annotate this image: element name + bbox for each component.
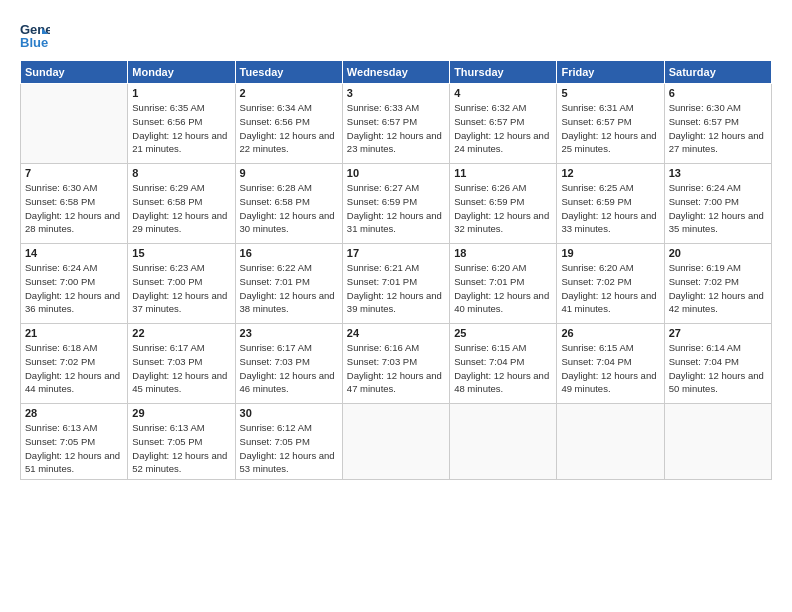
week-row-4: 21 Sunrise: 6:18 AM Sunset: 7:02 PM Dayl… xyxy=(21,324,772,404)
week-row-3: 14 Sunrise: 6:24 AM Sunset: 7:00 PM Dayl… xyxy=(21,244,772,324)
day-number: 7 xyxy=(25,167,123,179)
calendar-cell xyxy=(557,404,664,480)
calendar-cell: 28 Sunrise: 6:13 AM Sunset: 7:05 PM Dayl… xyxy=(21,404,128,480)
day-number: 4 xyxy=(454,87,552,99)
day-number: 21 xyxy=(25,327,123,339)
day-info: Sunrise: 6:13 AM Sunset: 7:05 PM Dayligh… xyxy=(132,421,230,476)
weekday-header-thursday: Thursday xyxy=(450,61,557,84)
weekday-header-wednesday: Wednesday xyxy=(342,61,449,84)
day-number: 8 xyxy=(132,167,230,179)
day-info: Sunrise: 6:15 AM Sunset: 7:04 PM Dayligh… xyxy=(454,341,552,396)
day-number: 11 xyxy=(454,167,552,179)
calendar-cell xyxy=(450,404,557,480)
weekday-header-friday: Friday xyxy=(557,61,664,84)
day-number: 24 xyxy=(347,327,445,339)
day-info: Sunrise: 6:35 AM Sunset: 6:56 PM Dayligh… xyxy=(132,101,230,156)
day-number: 13 xyxy=(669,167,767,179)
day-number: 10 xyxy=(347,167,445,179)
week-row-1: 1 Sunrise: 6:35 AM Sunset: 6:56 PM Dayli… xyxy=(21,84,772,164)
day-number: 19 xyxy=(561,247,659,259)
day-info: Sunrise: 6:17 AM Sunset: 7:03 PM Dayligh… xyxy=(132,341,230,396)
day-info: Sunrise: 6:30 AM Sunset: 6:57 PM Dayligh… xyxy=(669,101,767,156)
calendar-cell: 5 Sunrise: 6:31 AM Sunset: 6:57 PM Dayli… xyxy=(557,84,664,164)
calendar-cell: 10 Sunrise: 6:27 AM Sunset: 6:59 PM Dayl… xyxy=(342,164,449,244)
calendar-cell: 3 Sunrise: 6:33 AM Sunset: 6:57 PM Dayli… xyxy=(342,84,449,164)
logo: General Blue xyxy=(20,20,54,50)
day-info: Sunrise: 6:33 AM Sunset: 6:57 PM Dayligh… xyxy=(347,101,445,156)
day-info: Sunrise: 6:22 AM Sunset: 7:01 PM Dayligh… xyxy=(240,261,338,316)
day-info: Sunrise: 6:18 AM Sunset: 7:02 PM Dayligh… xyxy=(25,341,123,396)
calendar-cell: 21 Sunrise: 6:18 AM Sunset: 7:02 PM Dayl… xyxy=(21,324,128,404)
day-number: 22 xyxy=(132,327,230,339)
calendar-cell xyxy=(664,404,771,480)
calendar-cell: 1 Sunrise: 6:35 AM Sunset: 6:56 PM Dayli… xyxy=(128,84,235,164)
calendar-cell: 8 Sunrise: 6:29 AM Sunset: 6:58 PM Dayli… xyxy=(128,164,235,244)
page: General Blue SundayMondayTuesdayWednesda… xyxy=(0,0,792,612)
day-info: Sunrise: 6:16 AM Sunset: 7:03 PM Dayligh… xyxy=(347,341,445,396)
calendar-cell: 6 Sunrise: 6:30 AM Sunset: 6:57 PM Dayli… xyxy=(664,84,771,164)
svg-text:Blue: Blue xyxy=(20,35,48,50)
calendar-cell: 26 Sunrise: 6:15 AM Sunset: 7:04 PM Dayl… xyxy=(557,324,664,404)
day-number: 27 xyxy=(669,327,767,339)
calendar-cell: 4 Sunrise: 6:32 AM Sunset: 6:57 PM Dayli… xyxy=(450,84,557,164)
calendar-cell: 11 Sunrise: 6:26 AM Sunset: 6:59 PM Dayl… xyxy=(450,164,557,244)
logo-icon: General Blue xyxy=(20,20,50,50)
day-info: Sunrise: 6:31 AM Sunset: 6:57 PM Dayligh… xyxy=(561,101,659,156)
weekday-header-tuesday: Tuesday xyxy=(235,61,342,84)
week-row-5: 28 Sunrise: 6:13 AM Sunset: 7:05 PM Dayl… xyxy=(21,404,772,480)
calendar-cell: 23 Sunrise: 6:17 AM Sunset: 7:03 PM Dayl… xyxy=(235,324,342,404)
day-info: Sunrise: 6:19 AM Sunset: 7:02 PM Dayligh… xyxy=(669,261,767,316)
day-number: 6 xyxy=(669,87,767,99)
day-info: Sunrise: 6:30 AM Sunset: 6:58 PM Dayligh… xyxy=(25,181,123,236)
day-number: 9 xyxy=(240,167,338,179)
calendar-cell xyxy=(21,84,128,164)
day-info: Sunrise: 6:21 AM Sunset: 7:01 PM Dayligh… xyxy=(347,261,445,316)
weekday-header-sunday: Sunday xyxy=(21,61,128,84)
calendar-cell: 22 Sunrise: 6:17 AM Sunset: 7:03 PM Dayl… xyxy=(128,324,235,404)
weekday-header-saturday: Saturday xyxy=(664,61,771,84)
calendar-cell: 19 Sunrise: 6:20 AM Sunset: 7:02 PM Dayl… xyxy=(557,244,664,324)
day-number: 18 xyxy=(454,247,552,259)
day-info: Sunrise: 6:27 AM Sunset: 6:59 PM Dayligh… xyxy=(347,181,445,236)
calendar-cell: 12 Sunrise: 6:25 AM Sunset: 6:59 PM Dayl… xyxy=(557,164,664,244)
day-number: 30 xyxy=(240,407,338,419)
day-number: 15 xyxy=(132,247,230,259)
day-number: 20 xyxy=(669,247,767,259)
day-number: 14 xyxy=(25,247,123,259)
day-info: Sunrise: 6:20 AM Sunset: 7:02 PM Dayligh… xyxy=(561,261,659,316)
day-info: Sunrise: 6:17 AM Sunset: 7:03 PM Dayligh… xyxy=(240,341,338,396)
calendar-cell: 25 Sunrise: 6:15 AM Sunset: 7:04 PM Dayl… xyxy=(450,324,557,404)
weekday-header-row: SundayMondayTuesdayWednesdayThursdayFrid… xyxy=(21,61,772,84)
day-number: 1 xyxy=(132,87,230,99)
day-number: 2 xyxy=(240,87,338,99)
day-number: 26 xyxy=(561,327,659,339)
calendar-cell xyxy=(342,404,449,480)
day-number: 17 xyxy=(347,247,445,259)
calendar-cell: 17 Sunrise: 6:21 AM Sunset: 7:01 PM Dayl… xyxy=(342,244,449,324)
calendar-cell: 30 Sunrise: 6:12 AM Sunset: 7:05 PM Dayl… xyxy=(235,404,342,480)
day-info: Sunrise: 6:24 AM Sunset: 7:00 PM Dayligh… xyxy=(25,261,123,316)
day-info: Sunrise: 6:20 AM Sunset: 7:01 PM Dayligh… xyxy=(454,261,552,316)
calendar: SundayMondayTuesdayWednesdayThursdayFrid… xyxy=(20,60,772,480)
day-info: Sunrise: 6:14 AM Sunset: 7:04 PM Dayligh… xyxy=(669,341,767,396)
calendar-cell: 7 Sunrise: 6:30 AM Sunset: 6:58 PM Dayli… xyxy=(21,164,128,244)
day-info: Sunrise: 6:34 AM Sunset: 6:56 PM Dayligh… xyxy=(240,101,338,156)
day-number: 29 xyxy=(132,407,230,419)
day-info: Sunrise: 6:32 AM Sunset: 6:57 PM Dayligh… xyxy=(454,101,552,156)
day-info: Sunrise: 6:29 AM Sunset: 6:58 PM Dayligh… xyxy=(132,181,230,236)
day-number: 3 xyxy=(347,87,445,99)
week-row-2: 7 Sunrise: 6:30 AM Sunset: 6:58 PM Dayli… xyxy=(21,164,772,244)
calendar-cell: 16 Sunrise: 6:22 AM Sunset: 7:01 PM Dayl… xyxy=(235,244,342,324)
day-info: Sunrise: 6:24 AM Sunset: 7:00 PM Dayligh… xyxy=(669,181,767,236)
day-number: 5 xyxy=(561,87,659,99)
day-info: Sunrise: 6:15 AM Sunset: 7:04 PM Dayligh… xyxy=(561,341,659,396)
header: General Blue xyxy=(20,20,772,50)
calendar-cell: 18 Sunrise: 6:20 AM Sunset: 7:01 PM Dayl… xyxy=(450,244,557,324)
calendar-cell: 2 Sunrise: 6:34 AM Sunset: 6:56 PM Dayli… xyxy=(235,84,342,164)
calendar-cell: 29 Sunrise: 6:13 AM Sunset: 7:05 PM Dayl… xyxy=(128,404,235,480)
calendar-cell: 9 Sunrise: 6:28 AM Sunset: 6:58 PM Dayli… xyxy=(235,164,342,244)
day-number: 23 xyxy=(240,327,338,339)
day-info: Sunrise: 6:25 AM Sunset: 6:59 PM Dayligh… xyxy=(561,181,659,236)
calendar-cell: 27 Sunrise: 6:14 AM Sunset: 7:04 PM Dayl… xyxy=(664,324,771,404)
calendar-cell: 20 Sunrise: 6:19 AM Sunset: 7:02 PM Dayl… xyxy=(664,244,771,324)
